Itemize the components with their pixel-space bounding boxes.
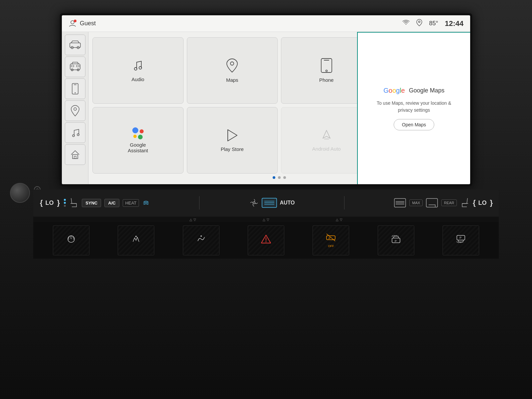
audio-icon	[131, 59, 145, 74]
seat-heat-indicator	[64, 199, 66, 207]
physical-buttons-row: P OFF P	[33, 222, 499, 259]
sidebar-item-car-front[interactable]	[65, 57, 85, 77]
svg-point-25	[253, 202, 255, 204]
play-store-icon	[226, 129, 238, 144]
park-assist-off-icon: P	[326, 233, 336, 243]
climate-right-zone: MAX REAR { LO }	[394, 198, 492, 208]
park-assist-rear-icon: P	[456, 235, 466, 245]
right-vent-arrows[interactable]: △ ▽	[336, 218, 342, 221]
screen-display: Guest	[62, 15, 470, 184]
svg-point-30	[135, 236, 137, 237]
wifi-icon	[402, 20, 410, 27]
climate-left-zone: { LO } SYNC A/C HEAT	[40, 198, 150, 208]
app-grid-area: Audio Maps	[88, 32, 470, 184]
right-temp-close-bracket: }	[490, 199, 492, 207]
logo-e: e	[401, 87, 405, 94]
svg-rect-21	[321, 59, 332, 72]
right-temp-label: LO	[478, 200, 486, 206]
seat-icon-right	[460, 198, 469, 208]
rear-defrost-icon	[394, 198, 406, 207]
logo-g2: g	[396, 87, 400, 94]
climate-divider-right	[344, 196, 344, 209]
ac-button[interactable]: A/C	[104, 199, 119, 207]
svg-rect-33	[327, 236, 335, 240]
left-temp-open-bracket: {	[40, 199, 42, 207]
svg-point-13	[74, 108, 76, 110]
heated-steering-button[interactable]	[53, 225, 89, 255]
traction-control-button[interactable]	[118, 225, 154, 255]
google-assistant-label: Google Assistant	[128, 142, 148, 153]
android-auto-icon	[320, 129, 333, 143]
park-assist-off-button[interactable]: P OFF	[313, 225, 349, 255]
page-dot-1[interactable]	[273, 176, 275, 179]
left-vent-arrows[interactable]: △ ▽	[190, 218, 196, 221]
climate-center-zone: AUTO	[249, 198, 295, 208]
rear-label: REAR	[441, 200, 457, 206]
svg-rect-12	[74, 84, 76, 85]
location-icon	[416, 19, 422, 28]
notification-dot	[74, 20, 76, 22]
open-maps-button[interactable]: Open Maps	[394, 119, 434, 130]
svg-rect-28	[426, 199, 438, 207]
phone-icon	[321, 58, 332, 74]
app-tile-audio[interactable]: Audio	[92, 37, 184, 104]
maps-message-text: To use Maps, review your location &priva…	[377, 100, 451, 114]
maps-title-text: Google Maps	[409, 87, 445, 94]
phone-label: Phone	[319, 77, 333, 83]
maps-title-row: Google Google Maps	[383, 87, 445, 94]
defrost-icon-left	[142, 199, 150, 206]
right-temp-open-bracket: {	[473, 199, 475, 207]
heated-steering-icon	[66, 234, 76, 246]
climate-bar: { LO } SYNC A/C HEAT	[33, 190, 499, 216]
logo-o1: o	[389, 87, 392, 94]
app-tile-play-store[interactable]: Play Store	[187, 107, 278, 174]
left-temp-label: LO	[46, 200, 54, 206]
sidebar-item-location[interactable]	[65, 100, 85, 121]
vent-mode-icon	[262, 198, 277, 208]
center-vent-arrows[interactable]: △ ▽	[263, 218, 269, 221]
svg-text:P: P	[329, 237, 331, 240]
page-dot-3[interactable]	[283, 176, 286, 179]
stability-icon	[197, 234, 206, 245]
sync-button[interactable]: SYNC	[82, 199, 101, 207]
park-assist-front-button[interactable]: P	[378, 225, 414, 255]
sidebar-item-music[interactable]	[65, 122, 85, 143]
user-name-label: Guest	[80, 20, 96, 27]
park-assist-front-icon: P	[391, 235, 401, 245]
traction-icon	[131, 234, 141, 245]
hazard-lights-button[interactable]	[248, 225, 284, 255]
svg-point-20	[230, 62, 234, 65]
svg-text:P: P	[395, 239, 397, 243]
svg-point-32	[265, 241, 266, 242]
volume-knob[interactable]	[10, 183, 30, 203]
play-store-label: Play Store	[221, 146, 244, 152]
google-assistant-icon	[132, 127, 144, 139]
stability-control-button[interactable]	[183, 225, 219, 255]
climate-divider-left	[199, 196, 200, 209]
svg-text:P: P	[460, 236, 462, 239]
heat-label: HEAT	[123, 199, 139, 207]
screen-frame: Guest	[60, 13, 472, 186]
app-tile-google-assistant[interactable]: Google Assistant	[92, 107, 184, 174]
park-assist-rear-button[interactable]: P	[443, 225, 479, 255]
main-content: Audio Maps	[62, 32, 470, 184]
android-auto-label: Android Auto	[312, 146, 341, 152]
logo-o2: o	[392, 87, 396, 94]
sidebar-item-phone[interactable]	[65, 78, 85, 99]
page-dot-2[interactable]	[278, 176, 281, 179]
maps-label: Maps	[226, 77, 238, 83]
auto-label: AUTO	[280, 200, 295, 206]
fan-icon	[249, 198, 259, 208]
svg-rect-23	[324, 60, 329, 61]
app-tile-maps[interactable]: Maps	[187, 37, 278, 104]
sidebar-item-vehicle[interactable]	[65, 35, 85, 55]
svg-rect-7	[76, 65, 79, 67]
sidebar-item-home[interactable]	[65, 144, 85, 165]
svg-point-1	[419, 21, 420, 23]
svg-rect-6	[71, 65, 74, 67]
header-right: 85° 12:44	[402, 19, 464, 28]
vent-arrows-bar: △ ▽ △ ▽ △ ▽	[33, 217, 499, 222]
svg-point-11	[74, 92, 75, 93]
rear-seat-icon	[426, 198, 438, 207]
hazard-icon	[261, 234, 271, 245]
